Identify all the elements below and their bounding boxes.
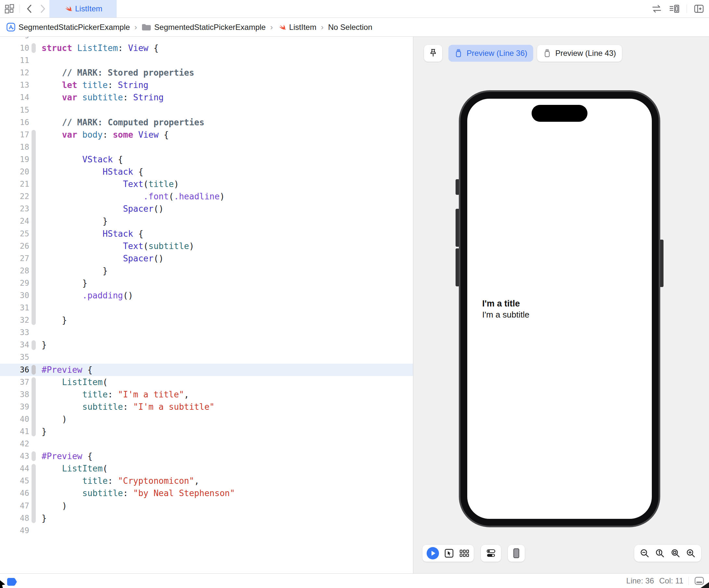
code-line[interactable]: 36#Preview {	[0, 364, 413, 376]
code-line[interactable]: 34}	[0, 339, 413, 351]
line-number[interactable]: 22	[0, 190, 29, 203]
line-number[interactable]: 46	[0, 487, 29, 499]
code-line[interactable]: 15	[0, 104, 413, 116]
code-line[interactable]: 25 HStack {	[0, 228, 413, 240]
line-number[interactable]: 15	[0, 104, 29, 116]
line-number[interactable]: 28	[0, 264, 29, 277]
code-line[interactable]: 38 title: "I'm a title",	[0, 388, 413, 401]
play-icon[interactable]	[427, 547, 439, 559]
editor-options-icon[interactable]	[669, 4, 679, 13]
device-button[interactable]	[508, 545, 525, 562]
swap-arrows-icon[interactable]	[652, 4, 662, 13]
zoom-out-icon[interactable]	[640, 549, 650, 558]
code-line[interactable]: 19 VStack {	[0, 153, 413, 166]
code-line[interactable]: 22 .font(.headline)	[0, 190, 413, 203]
code-line[interactable]: 39 subtitle: "I'm a subtitle"	[0, 401, 413, 413]
code-line[interactable]: 17 var body: some View {	[0, 129, 413, 141]
device-settings-button[interactable]	[481, 545, 501, 562]
line-number[interactable]: 44	[0, 463, 29, 475]
line-number[interactable]: 9	[0, 37, 29, 42]
preview-tab-line36[interactable]: Preview (Line 36)	[448, 45, 533, 62]
code-line[interactable]: 10struct ListItem: View {	[0, 42, 413, 54]
pin-preview-button[interactable]	[424, 45, 442, 62]
line-number[interactable]: 32	[0, 314, 29, 326]
code-line[interactable]: 24 }	[0, 215, 413, 227]
line-number[interactable]: 45	[0, 475, 29, 487]
code-line[interactable]: 46 subtitle: "by Neal Stephenson"	[0, 487, 413, 499]
line-number[interactable]: 17	[0, 129, 29, 141]
line-number[interactable]: 37	[0, 376, 29, 388]
code-line[interactable]: 12 // MARK: Stored properties	[0, 66, 413, 79]
breakpoint-tag[interactable]	[7, 578, 17, 586]
line-number[interactable]: 29	[0, 277, 29, 289]
code-line[interactable]: 13 let title: String	[0, 79, 413, 91]
preview-tab-line43[interactable]: Preview (Line 43)	[537, 45, 622, 62]
line-number[interactable]: 24	[0, 215, 29, 227]
line-number[interactable]: 36	[0, 364, 29, 376]
back-chevron-icon[interactable]	[26, 4, 32, 13]
line-number[interactable]: 11	[0, 54, 29, 66]
line-number[interactable]: 13	[0, 79, 29, 91]
code-line[interactable]: 49	[0, 524, 413, 537]
code-line[interactable]: 35	[0, 351, 413, 363]
line-number[interactable]: 31	[0, 302, 29, 314]
line-number[interactable]: 14	[0, 91, 29, 104]
line-number[interactable]: 16	[0, 116, 29, 129]
code-line[interactable]: 18	[0, 141, 413, 153]
line-number[interactable]: 25	[0, 228, 29, 240]
line-number[interactable]: 39	[0, 401, 29, 413]
code-line[interactable]: 26 Text(subtitle)	[0, 240, 413, 252]
code-line[interactable]: 27 Spacer()	[0, 252, 413, 264]
line-number[interactable]: 47	[0, 500, 29, 512]
code-line[interactable]: 28 }	[0, 264, 413, 277]
line-number[interactable]: 35	[0, 351, 29, 363]
line-number[interactable]: 12	[0, 66, 29, 79]
code-line[interactable]: 43#Preview {	[0, 450, 413, 463]
line-number[interactable]: 30	[0, 289, 29, 302]
breadcrumb-item-project[interactable]: SegmentedStaticPickerExample	[6, 23, 130, 32]
code-line[interactable]: 44 ListItem(	[0, 463, 413, 475]
line-number[interactable]: 23	[0, 203, 29, 215]
zoom-fit-icon[interactable]	[671, 549, 680, 558]
line-number[interactable]: 38	[0, 388, 29, 401]
code-line[interactable]: 16 // MARK: Computed properties	[0, 116, 413, 129]
line-number[interactable]: 48	[0, 512, 29, 524]
add-editor-icon[interactable]	[694, 4, 704, 13]
code-line[interactable]: 30 .padding()	[0, 289, 413, 302]
line-number[interactable]: 19	[0, 153, 29, 166]
code-line[interactable]: 40 )	[0, 413, 413, 425]
code-line[interactable]: 48}	[0, 512, 413, 524]
code-line[interactable]: 32 }	[0, 314, 413, 326]
line-number[interactable]: 43	[0, 450, 29, 463]
code-line[interactable]: 29 }	[0, 277, 413, 289]
line-number[interactable]: 41	[0, 425, 29, 438]
code-line[interactable]: 45 title: "Cryptonomicon",	[0, 475, 413, 487]
line-number[interactable]: 49	[0, 524, 29, 537]
select-cursor-icon[interactable]	[444, 549, 454, 558]
code-line[interactable]: 42	[0, 438, 413, 450]
line-number[interactable]: 10	[0, 42, 29, 54]
line-number[interactable]: 18	[0, 141, 29, 153]
line-number[interactable]: 33	[0, 326, 29, 339]
code-line[interactable]: 47 )	[0, 500, 413, 512]
code-line[interactable]: 20 HStack {	[0, 166, 413, 178]
line-number[interactable]: 42	[0, 438, 29, 450]
code-line[interactable]: 9	[0, 37, 413, 42]
code-line[interactable]: 14 var subtitle: String	[0, 91, 413, 104]
grid-squares-icon[interactable]	[4, 4, 14, 13]
breadcrumb-item-group[interactable]: SegmentedStaticPickerExample	[142, 23, 266, 32]
code-line[interactable]: 37 ListItem(	[0, 376, 413, 388]
code-editor[interactable]: 910struct ListItem: View {1112 // MARK: …	[0, 37, 413, 573]
line-number[interactable]: 26	[0, 240, 29, 252]
line-number[interactable]: 40	[0, 413, 29, 425]
zoom-actual-size-icon[interactable]	[655, 549, 665, 558]
bottom-bar-toggle-icon[interactable]	[694, 576, 705, 585]
tab-listitem[interactable]: ListItem	[49, 0, 117, 18]
code-line[interactable]: 23 Spacer()	[0, 203, 413, 215]
variants-grid-icon[interactable]	[459, 549, 470, 558]
line-number[interactable]: 20	[0, 166, 29, 178]
line-number[interactable]: 21	[0, 178, 29, 190]
code-line[interactable]: 33	[0, 326, 413, 339]
code-line[interactable]: 31	[0, 302, 413, 314]
code-line[interactable]: 41}	[0, 425, 413, 438]
